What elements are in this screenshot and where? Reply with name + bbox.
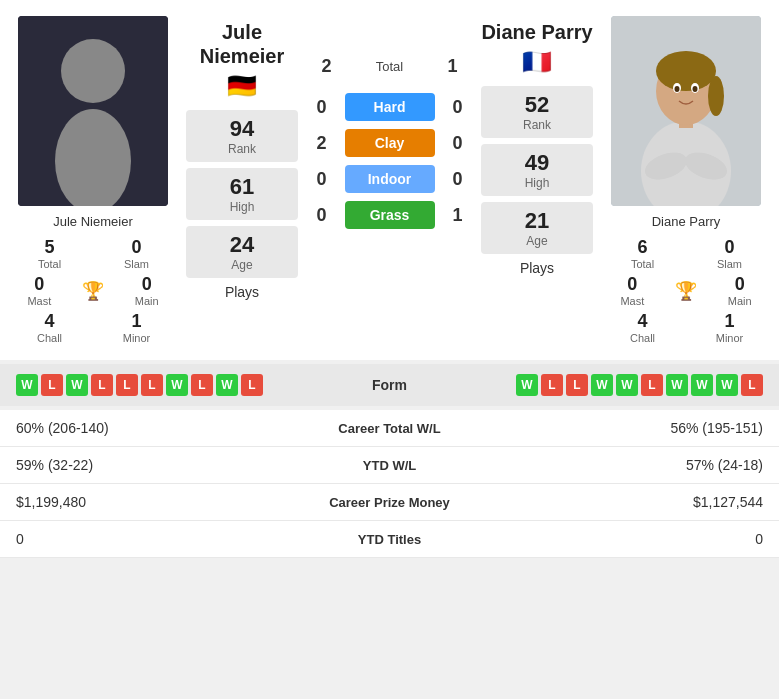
left-rank-box: 94 Rank: [186, 110, 298, 162]
loss-badge: L: [41, 374, 63, 396]
prize-label: Career Prize Money: [265, 495, 514, 510]
right-center-panel: Diane Parry 🇫🇷 52 Rank 49 High 21 Age Pl…: [477, 16, 597, 344]
right-high-label: High: [485, 176, 589, 190]
right-center-name: Diane Parry: [481, 20, 592, 44]
left-main-label: Main: [135, 295, 159, 307]
loss-badge: L: [141, 374, 163, 396]
right-main-value: 0: [728, 274, 752, 295]
right-total-comp: 1: [438, 56, 468, 77]
right-ytd-wl: 57% (24-18): [514, 457, 763, 473]
left-total-value: 5: [12, 237, 87, 258]
left-stats-grid: 5 Total 0 Slam: [8, 237, 178, 270]
left-ytd-titles: 0: [16, 531, 265, 547]
loss-badge: L: [541, 374, 563, 396]
left-center-name: Jule Niemeier: [186, 20, 298, 68]
left-plays-label: Plays: [225, 284, 259, 300]
right-age-value: 21: [485, 208, 589, 234]
total-row: 2 Total 1: [306, 56, 473, 77]
right-slam-value: 0: [692, 237, 767, 258]
right-total-label: Total: [605, 258, 680, 270]
ytd-wl-row: 59% (32-22) YTD W/L 57% (24-18): [0, 447, 779, 484]
career-wl-row: 60% (206-140) Career Total W/L 56% (195-…: [0, 410, 779, 447]
right-mast-cell: 0 Mast: [620, 274, 644, 307]
grass-button[interactable]: Grass: [345, 201, 435, 229]
right-age-box: 21 Age: [481, 202, 593, 254]
right-career-wl: 56% (195-151): [514, 420, 763, 436]
left-minor-label: Minor: [99, 332, 174, 344]
hard-button[interactable]: Hard: [345, 93, 435, 121]
clay-row: 2 Clay 0: [306, 129, 473, 157]
left-slam-cell: 0 Slam: [99, 237, 174, 270]
indoor-button[interactable]: Indoor: [345, 165, 435, 193]
right-high-box: 49 High: [481, 144, 593, 196]
left-player-card: Jule Niemeier 5 Total 0 Slam 0 Mast 🏆: [8, 16, 178, 344]
svg-point-9: [656, 51, 716, 91]
middle-wrapper: 2 Total 1 0 Hard 0 2 Clay 0 0 Indoor: [306, 16, 473, 344]
right-plays-label: Plays: [520, 260, 554, 276]
clay-left: 2: [307, 133, 337, 154]
left-total-cell: 5 Total: [12, 237, 87, 270]
right-trophy-row: 0 Mast 🏆 0 Main: [601, 274, 771, 307]
right-total-cell: 6 Total: [605, 237, 680, 270]
clay-button[interactable]: Clay: [345, 129, 435, 157]
right-player-card: Diane Parry 6 Total 0 Slam 0 Mast 🏆 0: [601, 16, 771, 344]
grass-right: 1: [443, 205, 473, 226]
left-high-label: High: [190, 200, 294, 214]
win-badge: W: [16, 374, 38, 396]
left-player-photo: [18, 16, 168, 206]
win-badge: W: [691, 374, 713, 396]
right-chall-value: 4: [605, 311, 680, 332]
svg-point-14: [693, 86, 698, 92]
left-total-comp: 2: [312, 56, 342, 77]
right-main-cell: 0 Main: [728, 274, 752, 307]
left-slam-value: 0: [99, 237, 174, 258]
win-badge: W: [66, 374, 88, 396]
right-trophy-icon: 🏆: [675, 280, 697, 302]
left-bottom-stats: 4 Chall 1 Minor: [8, 311, 178, 344]
clay-right: 0: [443, 133, 473, 154]
indoor-right: 0: [443, 169, 473, 190]
svg-point-13: [675, 86, 680, 92]
left-mast-cell: 0 Mast: [27, 274, 51, 307]
right-form-badges: WLLWWLWWWL: [428, 374, 764, 396]
right-mast-value: 0: [620, 274, 644, 295]
right-flag: 🇫🇷: [522, 48, 552, 76]
comparison-section: Jule Niemeier 5 Total 0 Slam 0 Mast 🏆: [0, 0, 779, 360]
win-badge: W: [716, 374, 738, 396]
left-high-value: 61: [190, 174, 294, 200]
grass-left: 0: [307, 205, 337, 226]
right-chall-cell: 4 Chall: [605, 311, 680, 344]
win-badge: W: [666, 374, 688, 396]
right-stats-grid: 6 Total 0 Slam: [601, 237, 771, 270]
right-rank-value: 52: [485, 92, 589, 118]
left-main-cell: 0 Main: [135, 274, 159, 307]
left-chall-value: 4: [12, 311, 87, 332]
svg-point-10: [708, 76, 724, 116]
loss-badge: L: [241, 374, 263, 396]
left-career-wl: 60% (206-140): [16, 420, 265, 436]
ytd-titles-row: 0 YTD Titles 0: [0, 521, 779, 558]
right-high-value: 49: [485, 150, 589, 176]
left-trophy-row: 0 Mast 🏆 0 Main: [8, 274, 178, 307]
left-high-box: 61 High: [186, 168, 298, 220]
prize-row: $1,199,480 Career Prize Money $1,127,544: [0, 484, 779, 521]
win-badge: W: [616, 374, 638, 396]
right-ytd-titles: 0: [514, 531, 763, 547]
loss-badge: L: [641, 374, 663, 396]
left-minor-value: 1: [99, 311, 174, 332]
right-player-name: Diane Parry: [652, 214, 721, 229]
left-slam-label: Slam: [99, 258, 174, 270]
left-age-label: Age: [190, 258, 294, 272]
left-trophy-icon: 🏆: [82, 280, 104, 302]
grass-row: 0 Grass 1: [306, 201, 473, 229]
left-prize: $1,199,480: [16, 494, 265, 510]
hard-left: 0: [307, 97, 337, 118]
stats-table: 60% (206-140) Career Total W/L 56% (195-…: [0, 410, 779, 558]
left-form-badges: WLWLLLWLWL: [16, 374, 352, 396]
right-slam-cell: 0 Slam: [692, 237, 767, 270]
right-minor-label: Minor: [692, 332, 767, 344]
form-section: WLWLLLWLWL Form WLLWWLWWWL: [0, 364, 779, 406]
left-age-box: 24 Age: [186, 226, 298, 278]
form-label: Form: [360, 377, 420, 393]
total-label: Total: [350, 59, 430, 74]
